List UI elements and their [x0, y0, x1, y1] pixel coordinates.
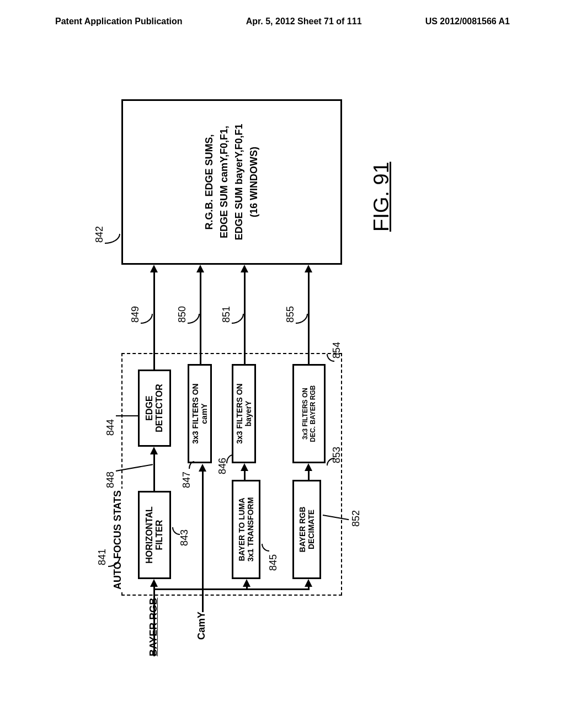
camy-to-output-arrowhead: [196, 265, 204, 272]
ref-850: 850: [177, 306, 188, 323]
autofocus-title: AUTO FOCUS STATS: [112, 489, 124, 591]
ref-855: 855: [285, 306, 296, 323]
header-center: Apr. 5, 2012 Sheet 71 of 111: [246, 17, 362, 26]
filter-camy-text: 3x3 FILTERS ON camY: [191, 383, 209, 443]
bayer-decimate-text: BAYER RGB DECIMATE: [298, 507, 316, 553]
output-text: R.G.B. EDGE SUMS, EDGE SUM camY,F0,F1, E…: [202, 124, 262, 240]
ref-843: 843: [179, 529, 190, 546]
filter-decbayer-box: 3x3 FILTERS ON DEC. BAYER RGB: [292, 364, 326, 463]
ref-847: 847: [181, 472, 193, 488]
filter-bayery-text: 3x3 FILTERS ON bayerY: [235, 383, 253, 443]
edge-detector-box: EDGE DETECTOR: [138, 370, 171, 447]
ref-852: 852: [350, 510, 362, 527]
hfilter-to-edge-arrowhead: [150, 447, 158, 454]
output-box: R.G.B. EDGE SUMS, EDGE SUM camY,F0,F1, E…: [121, 99, 342, 265]
figure-91: AUTO FOCUS STATS BAYER RGB CamY HORIZONT…: [0, 182, 519, 535]
ref-848: 848: [105, 472, 116, 488]
bayer-decimate-box: BAYER RGB DECIMATE: [292, 480, 321, 579]
camy-input-arrowhead: [199, 464, 206, 472]
bayer-to-hfilter-arrowhead: [150, 579, 158, 587]
edge-to-output-line: [153, 270, 155, 370]
filter-decbayer-text: 3x3 FILTERS ON DEC. BAYER RGB: [301, 386, 317, 442]
hfilter-text: HORIZONTAL FILTER: [145, 506, 164, 564]
ref-845: 845: [268, 554, 279, 571]
bayer-rgb-hline: [153, 586, 155, 656]
diagram-root: AUTO FOCUS STATS BAYER RGB CamY HORIZONT…: [72, 88, 425, 629]
lead-855: [296, 314, 308, 324]
page-header: Patent Application Publication Apr. 5, 2…: [0, 0, 565, 38]
bayer-luma-box: BAYER TO LUMA 3x1 TRANSFORM: [232, 480, 260, 579]
filter-bayery-box: 3x3 FILTERS ON bayerY: [232, 364, 256, 463]
edge-to-output-arrowhead: [150, 265, 158, 272]
ref-849: 849: [130, 306, 141, 323]
bayery-to-output-line: [244, 270, 246, 364]
input-camy-label: CamY: [196, 612, 207, 640]
camy-input-line: [202, 470, 204, 612]
lead-850: [188, 314, 200, 324]
decbayer-to-output-arrowhead: [305, 265, 312, 272]
decbayer-to-output-line: [308, 270, 310, 364]
figure-label: FIG. 91: [370, 162, 393, 232]
lead-844: [116, 415, 138, 416]
camy-to-output-line: [200, 270, 201, 364]
header-right: US 2012/0081566 A1: [425, 17, 510, 26]
ref-841: 841: [97, 549, 108, 565]
ref-851: 851: [221, 306, 232, 323]
ref-844: 844: [105, 419, 116, 436]
ref-842: 842: [94, 226, 105, 243]
luma-to-filterbayery-arrowhead: [241, 463, 248, 471]
bayer-vline: [153, 588, 309, 590]
bayer-to-luma-arrowhead: [243, 579, 250, 587]
edge-detector-text: EDGE DETECTOR: [145, 384, 164, 432]
lead-842: [105, 234, 120, 244]
lead-851: [232, 314, 244, 324]
lead-849: [141, 314, 153, 324]
dec-to-filterdec-arrowhead: [305, 463, 312, 471]
hfilter-to-edge-line: [153, 452, 155, 491]
bayer-luma-text: BAYER TO LUMA 3x1 TRANSFORM: [237, 497, 255, 562]
bayery-to-output-arrowhead: [241, 265, 248, 272]
bayer-to-dec-arrowhead: [305, 579, 312, 587]
filter-camy-box: 3x3 FILTERS ON camY: [188, 364, 212, 463]
horizontal-filter-box: HORIZONTAL FILTER: [138, 491, 171, 579]
header-left: Patent Application Publication: [55, 17, 183, 26]
